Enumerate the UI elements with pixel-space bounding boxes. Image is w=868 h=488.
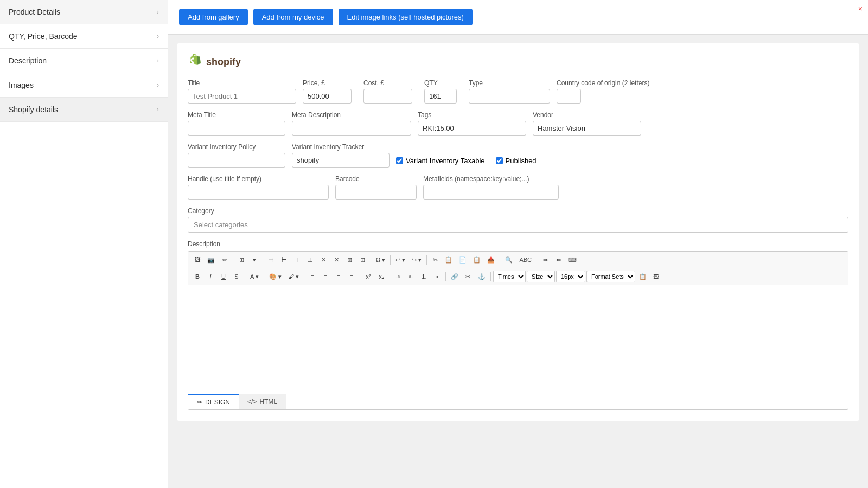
edit-image-links-button[interactable]: Edit image links (self hosted pictures) <box>339 9 473 25</box>
tb-font-button[interactable]: A ▾ <box>247 271 261 282</box>
inv-policy-input[interactable] <box>188 153 285 168</box>
type-input[interactable] <box>469 89 550 104</box>
tb-align-justify-button[interactable]: ≡ <box>346 271 358 282</box>
tb-superscript-button[interactable]: x² <box>362 271 374 282</box>
tb-outdent-button[interactable]: ⇤ <box>405 271 417 282</box>
tb-source-button[interactable]: ⌨ <box>565 254 579 266</box>
title-input[interactable] <box>188 89 296 104</box>
country-input[interactable] <box>557 89 581 104</box>
tb-ltr-button[interactable]: ⇒ <box>539 254 551 266</box>
tb-spell-button[interactable]: ABC <box>516 254 534 266</box>
tb-strikethrough-button[interactable]: S <box>231 271 242 282</box>
chevron-right-icon: › <box>157 106 159 113</box>
format-sets-select[interactable]: Format Sets <box>586 271 635 282</box>
close-icon[interactable]: × <box>858 4 863 13</box>
category-placeholder: Select categories <box>194 221 248 229</box>
tb-special-char-button[interactable]: Ω ▾ <box>373 254 388 266</box>
metafields-input[interactable] <box>423 185 559 200</box>
barcode-input[interactable] <box>335 185 417 200</box>
tb-row-before-button[interactable]: ⊤ <box>291 254 303 266</box>
tb-unlink-button[interactable]: ✂ <box>462 271 474 282</box>
tb-align-center-button[interactable]: ≡ <box>320 271 331 282</box>
tb-cut-button[interactable]: ✂ <box>429 254 441 266</box>
tb-unordered-list-button[interactable]: • <box>431 271 443 282</box>
tb-del-col-button[interactable]: ✕ <box>317 254 329 266</box>
tb-separator8 <box>245 272 245 281</box>
field-inv-policy: Variant Inventory Policy <box>188 143 285 168</box>
tb-undo-button[interactable]: ↩ ▾ <box>393 254 408 266</box>
tb-paste-button[interactable]: 📄 <box>456 254 469 266</box>
tb-subscript-button[interactable]: x₂ <box>375 271 387 282</box>
inv-tracker-label: Variant Inventory Tracker <box>292 143 390 151</box>
tb-extra1-button[interactable]: 📋 <box>636 271 649 282</box>
tb-align-left-button[interactable]: ≡ <box>307 271 318 282</box>
tb-rtl-button[interactable]: ⇐ <box>552 254 564 266</box>
handle-input[interactable] <box>188 185 329 200</box>
main-content: × Add from gallery Add from my device Ed… <box>168 0 868 488</box>
inv-taxable-checkbox[interactable] <box>396 157 403 164</box>
tb-indent-button[interactable]: ⇥ <box>392 271 404 282</box>
meta-title-input[interactable] <box>188 121 285 136</box>
editor-wrapper: 🖼 📷 ✏ ⊞ ▾ ⊣ ⊢ ⊤ ⊥ ✕ ✕ ⊠ ⊡ Ω ▾ <box>188 251 848 410</box>
field-handle: Handle (use title if empty) <box>188 175 329 200</box>
tb-find-button[interactable]: 🔍 <box>502 254 515 266</box>
tb-italic-button[interactable]: I <box>205 271 216 282</box>
tb-extra2-button[interactable]: 🖼 <box>650 271 662 282</box>
inv-tracker-input[interactable] <box>292 153 390 168</box>
type-label: Type <box>469 79 550 87</box>
tb-ordered-list-button[interactable]: 1. <box>418 271 430 282</box>
tb-del-row-button[interactable]: ✕ <box>330 254 342 266</box>
font-size-select[interactable]: 16px <box>556 271 585 282</box>
tb-underline-button[interactable]: U <box>218 271 229 282</box>
tb-redo-button[interactable]: ↪ ▾ <box>409 254 424 266</box>
tb-split-cells-button[interactable]: ⊡ <box>356 254 368 266</box>
design-tab[interactable]: ✏ DESIGN <box>188 394 239 409</box>
tb-col-after-button[interactable]: ⊢ <box>278 254 290 266</box>
editor-content-area[interactable] <box>188 285 848 394</box>
sidebar-item-label: Shopify details <box>9 105 58 114</box>
tags-input[interactable] <box>418 121 526 136</box>
add-from-gallery-button[interactable]: Add from gallery <box>179 9 248 25</box>
tb-copy-button[interactable]: 📋 <box>442 254 455 266</box>
tb-align-right-button[interactable]: ≡ <box>333 271 344 282</box>
meta-desc-input[interactable] <box>292 121 411 136</box>
vendor-input[interactable] <box>533 121 641 136</box>
tb-row-after-button[interactable]: ⊥ <box>304 254 316 266</box>
add-from-device-button[interactable]: Add from my device <box>253 9 333 25</box>
tb-table-button[interactable]: ⊞ <box>235 254 247 266</box>
tb-separator11 <box>360 272 360 281</box>
tb-table2-button[interactable]: ▾ <box>248 254 260 266</box>
tb-edit-button[interactable]: ✏ <box>219 254 231 266</box>
tb-color-button[interactable]: 🎨 ▾ <box>266 271 284 282</box>
qty-input[interactable] <box>424 89 457 104</box>
tb-anchor-button[interactable]: ⚓ <box>475 271 488 282</box>
sidebar-item-description[interactable]: Description › <box>0 49 168 73</box>
font-family-select[interactable]: Times <box>493 271 526 282</box>
tb-paste-text-button[interactable]: 📋 <box>470 254 483 266</box>
form-row-1: Title Price, £ Cost, £ QTY Type Country … <box>188 79 848 104</box>
price-input[interactable] <box>303 89 352 104</box>
field-barcode: Barcode <box>335 175 417 200</box>
tb-col-before-button[interactable]: ⊣ <box>265 254 277 266</box>
field-category: Category Select categories <box>188 207 848 233</box>
tb-bgcolor-button[interactable]: 🖌 ▾ <box>285 271 302 282</box>
category-label: Category <box>188 207 848 215</box>
tb-link-button[interactable]: 🔗 <box>448 271 461 282</box>
cost-input[interactable] <box>363 89 412 104</box>
field-qty: QTY <box>424 79 462 104</box>
sidebar-item-images[interactable]: Images › <box>0 73 168 98</box>
sidebar-item-product-details[interactable]: Product Details › <box>0 0 168 24</box>
published-group: Published <box>496 157 537 165</box>
tb-separator <box>233 255 233 265</box>
sidebar-item-qty-price-barcode[interactable]: QTY, Price, Barcode › <box>0 24 168 49</box>
category-select[interactable]: Select categories <box>188 217 848 233</box>
tb-image-button[interactable]: 🖼 <box>192 254 203 266</box>
published-checkbox[interactable] <box>496 157 503 164</box>
sidebar-item-shopify-details[interactable]: Shopify details › <box>0 98 168 122</box>
font-size-label-select[interactable]: Size <box>527 271 555 282</box>
tb-merge-cells-button[interactable]: ⊠ <box>343 254 355 266</box>
tb-bold-button[interactable]: B <box>192 271 203 282</box>
tb-photo-button[interactable]: 📷 <box>205 254 218 266</box>
tb-paste-word-button[interactable]: 📤 <box>484 254 497 266</box>
html-tab[interactable]: </> HTML <box>239 394 286 409</box>
